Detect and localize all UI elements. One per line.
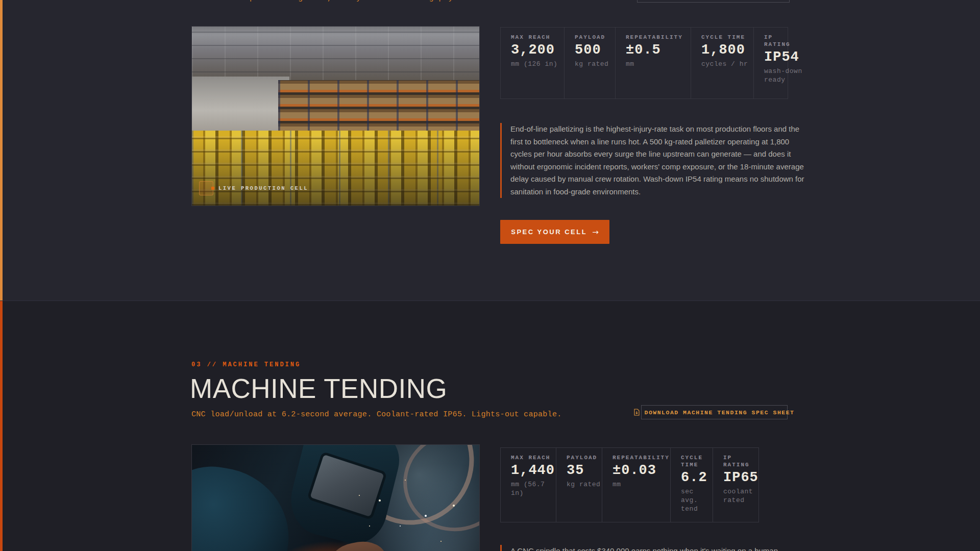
live-dot-icon [211, 187, 214, 190]
arrow-right-icon: → [592, 228, 599, 237]
spec-card-payload: PAYLOAD 500 kg rated [564, 27, 616, 99]
caption-label: LIVE PRODUCTION CELL [218, 185, 308, 191]
section-accent-strip [0, 0, 3, 300]
download-machine-tending-spec-button[interactable]: DOWNLOAD MACHINE TENDING SPEC SHEET [641, 405, 788, 419]
spec-your-cell-label: SPEC YOUR CELL [511, 228, 587, 236]
palletizing-subtitle-clipped: End-of-line palletizing at 1,800 cycles/… [191, 0, 555, 3]
download-button-label: DOWNLOAD MACHINE TENDING SPEC SHEET [644, 409, 794, 416]
machine-tending-subtitle: CNC load/unload at 6.2-second average. C… [191, 410, 562, 419]
photo-scrim [192, 27, 479, 206]
machine-tending-spec-grid: MAX REACH 1,440 mm (56.7 in) PAYLOAD 35 … [500, 447, 759, 522]
live-production-cell-caption: LIVE PRODUCTION CELL [199, 181, 308, 195]
camera-frame-icon [199, 181, 213, 195]
palletizing-spec-grid: MAX REACH 3,200 mm (126 in) PAYLOAD 500 … [500, 27, 788, 99]
section-machine-tending: 03 // MACHINE TENDING MACHINE TENDING CN… [0, 300, 980, 551]
download-palletizing-spec-button-clipped[interactable] [637, 0, 790, 3]
palletizing-photo: LIVE PRODUCTION CELL [191, 26, 480, 206]
spec-your-cell-button[interactable]: SPEC YOUR CELL → [500, 220, 609, 244]
industrial-robotics-landing-page: { "colors": { "background_top": "#26262f… [0, 0, 980, 551]
spec-card-cycle-time: CYCLE TIME 1,800 cycles / hr [691, 27, 754, 99]
palletizing-paragraph: End-of-line palletizing is the highest-i… [500, 123, 809, 198]
machine-tending-photo [191, 444, 480, 551]
machine-tending-heading: MACHINE TENDING [190, 374, 447, 404]
spec-card-ip-rating: IP RATING IP65 coolant rated [713, 447, 759, 522]
spec-card-max-reach: MAX REACH 1,440 mm (56.7 in) [500, 447, 556, 522]
spec-card-repeatability: REPEATABILITY ±0.03 mm [602, 447, 671, 522]
spec-card-ip-rating: IP RATING IP54 wash‑down ready [753, 27, 788, 99]
file-download-icon [634, 409, 640, 416]
section-palletizing: End-of-line palletizing at 1,800 cycles/… [0, 0, 980, 300]
spec-card-payload: PAYLOAD 35 kg rated [556, 447, 602, 522]
spec-card-max-reach: MAX REACH 3,200 mm (126 in) [500, 27, 565, 99]
section-accent-strip [0, 301, 3, 551]
welder-sparks-art [359, 495, 360, 496]
machine-tending-eyebrow: 03 // MACHINE TENDING [191, 361, 301, 368]
spec-card-repeatability: REPEATABILITY ±0.5 mm [615, 27, 691, 99]
machine-tending-paragraph: A CNC spindle that costs $340,000 earns … [500, 545, 809, 551]
spec-card-cycle-time: CYCLE TIME 6.2 sec avg. tend [670, 447, 713, 522]
